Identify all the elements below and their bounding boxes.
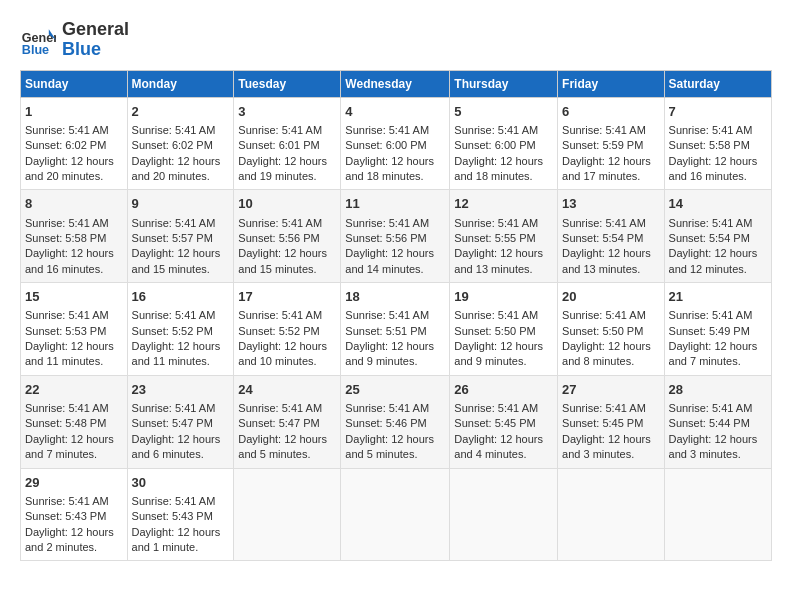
sunset-label: Sunset: 6:00 PM xyxy=(454,139,535,151)
sunset-label: Sunset: 5:53 PM xyxy=(25,325,106,337)
calendar-cell: 12Sunrise: 5:41 AMSunset: 5:55 PMDayligh… xyxy=(450,190,558,283)
sunset-label: Sunset: 5:56 PM xyxy=(345,232,426,244)
calendar-cell: 15Sunrise: 5:41 AMSunset: 5:53 PMDayligh… xyxy=(21,283,128,376)
sunrise-label: Sunrise: 5:41 AM xyxy=(669,309,753,321)
calendar-cell xyxy=(558,468,665,561)
day-number: 7 xyxy=(669,103,767,121)
sunset-label: Sunset: 6:02 PM xyxy=(132,139,213,151)
day-number: 17 xyxy=(238,288,336,306)
daylight-label: Daylight: 12 hours and 17 minutes. xyxy=(562,155,651,182)
day-number: 25 xyxy=(345,381,445,399)
sunset-label: Sunset: 5:49 PM xyxy=(669,325,750,337)
daylight-label: Daylight: 12 hours and 9 minutes. xyxy=(345,340,434,367)
sunset-label: Sunset: 5:51 PM xyxy=(345,325,426,337)
daylight-label: Daylight: 12 hours and 13 minutes. xyxy=(562,247,651,274)
sunset-label: Sunset: 5:54 PM xyxy=(562,232,643,244)
calendar-cell: 6Sunrise: 5:41 AMSunset: 5:59 PMDaylight… xyxy=(558,97,665,190)
daylight-label: Daylight: 12 hours and 19 minutes. xyxy=(238,155,327,182)
day-number: 28 xyxy=(669,381,767,399)
sunrise-label: Sunrise: 5:41 AM xyxy=(132,309,216,321)
day-number: 11 xyxy=(345,195,445,213)
column-header-saturday: Saturday xyxy=(664,70,771,97)
sunrise-label: Sunrise: 5:41 AM xyxy=(238,309,322,321)
calendar-cell: 3Sunrise: 5:41 AMSunset: 6:01 PMDaylight… xyxy=(234,97,341,190)
sunrise-label: Sunrise: 5:41 AM xyxy=(562,309,646,321)
sunrise-label: Sunrise: 5:41 AM xyxy=(454,124,538,136)
daylight-label: Daylight: 12 hours and 3 minutes. xyxy=(562,433,651,460)
sunset-label: Sunset: 5:59 PM xyxy=(562,139,643,151)
calendar-cell: 26Sunrise: 5:41 AMSunset: 5:45 PMDayligh… xyxy=(450,375,558,468)
day-number: 10 xyxy=(238,195,336,213)
day-number: 30 xyxy=(132,474,230,492)
daylight-label: Daylight: 12 hours and 15 minutes. xyxy=(132,247,221,274)
sunrise-label: Sunrise: 5:41 AM xyxy=(238,217,322,229)
sunrise-label: Sunrise: 5:41 AM xyxy=(454,309,538,321)
calendar-cell xyxy=(341,468,450,561)
sunrise-label: Sunrise: 5:41 AM xyxy=(25,309,109,321)
calendar-cell: 8Sunrise: 5:41 AMSunset: 5:58 PMDaylight… xyxy=(21,190,128,283)
sunrise-label: Sunrise: 5:41 AM xyxy=(132,402,216,414)
sunset-label: Sunset: 5:52 PM xyxy=(132,325,213,337)
day-number: 21 xyxy=(669,288,767,306)
sunset-label: Sunset: 5:57 PM xyxy=(132,232,213,244)
column-header-thursday: Thursday xyxy=(450,70,558,97)
day-number: 22 xyxy=(25,381,123,399)
logo-icon: General Blue xyxy=(20,22,56,58)
daylight-label: Daylight: 12 hours and 20 minutes. xyxy=(25,155,114,182)
daylight-label: Daylight: 12 hours and 7 minutes. xyxy=(25,433,114,460)
daylight-label: Daylight: 12 hours and 11 minutes. xyxy=(25,340,114,367)
sunset-label: Sunset: 5:54 PM xyxy=(669,232,750,244)
calendar-cell: 1Sunrise: 5:41 AMSunset: 6:02 PMDaylight… xyxy=(21,97,128,190)
day-number: 29 xyxy=(25,474,123,492)
sunrise-label: Sunrise: 5:41 AM xyxy=(345,124,429,136)
calendar-cell: 25Sunrise: 5:41 AMSunset: 5:46 PMDayligh… xyxy=(341,375,450,468)
calendar-cell: 7Sunrise: 5:41 AMSunset: 5:58 PMDaylight… xyxy=(664,97,771,190)
daylight-label: Daylight: 12 hours and 9 minutes. xyxy=(454,340,543,367)
calendar-week-1: 1Sunrise: 5:41 AMSunset: 6:02 PMDaylight… xyxy=(21,97,772,190)
calendar-cell xyxy=(234,468,341,561)
day-number: 23 xyxy=(132,381,230,399)
daylight-label: Daylight: 12 hours and 18 minutes. xyxy=(454,155,543,182)
day-number: 3 xyxy=(238,103,336,121)
calendar-week-5: 29Sunrise: 5:41 AMSunset: 5:43 PMDayligh… xyxy=(21,468,772,561)
calendar-cell: 20Sunrise: 5:41 AMSunset: 5:50 PMDayligh… xyxy=(558,283,665,376)
daylight-label: Daylight: 12 hours and 16 minutes. xyxy=(25,247,114,274)
day-number: 14 xyxy=(669,195,767,213)
sunrise-label: Sunrise: 5:41 AM xyxy=(25,402,109,414)
calendar-cell: 10Sunrise: 5:41 AMSunset: 5:56 PMDayligh… xyxy=(234,190,341,283)
calendar-cell: 19Sunrise: 5:41 AMSunset: 5:50 PMDayligh… xyxy=(450,283,558,376)
calendar-cell: 11Sunrise: 5:41 AMSunset: 5:56 PMDayligh… xyxy=(341,190,450,283)
daylight-label: Daylight: 12 hours and 4 minutes. xyxy=(454,433,543,460)
column-header-wednesday: Wednesday xyxy=(341,70,450,97)
sunset-label: Sunset: 6:02 PM xyxy=(25,139,106,151)
page-header: General Blue General Blue xyxy=(20,20,772,60)
logo: General Blue General Blue xyxy=(20,20,129,60)
daylight-label: Daylight: 12 hours and 11 minutes. xyxy=(132,340,221,367)
sunset-label: Sunset: 6:01 PM xyxy=(238,139,319,151)
sunset-label: Sunset: 5:43 PM xyxy=(132,510,213,522)
day-number: 18 xyxy=(345,288,445,306)
calendar-cell: 13Sunrise: 5:41 AMSunset: 5:54 PMDayligh… xyxy=(558,190,665,283)
calendar-cell: 17Sunrise: 5:41 AMSunset: 5:52 PMDayligh… xyxy=(234,283,341,376)
day-number: 4 xyxy=(345,103,445,121)
daylight-label: Daylight: 12 hours and 20 minutes. xyxy=(132,155,221,182)
sunset-label: Sunset: 5:58 PM xyxy=(25,232,106,244)
sunset-label: Sunset: 5:52 PM xyxy=(238,325,319,337)
sunrise-label: Sunrise: 5:41 AM xyxy=(669,217,753,229)
day-number: 12 xyxy=(454,195,553,213)
logo-text: General Blue xyxy=(62,20,129,60)
column-header-monday: Monday xyxy=(127,70,234,97)
sunrise-label: Sunrise: 5:41 AM xyxy=(25,124,109,136)
day-number: 8 xyxy=(25,195,123,213)
column-header-sunday: Sunday xyxy=(21,70,128,97)
daylight-label: Daylight: 12 hours and 5 minutes. xyxy=(345,433,434,460)
sunrise-label: Sunrise: 5:41 AM xyxy=(345,217,429,229)
sunrise-label: Sunrise: 5:41 AM xyxy=(562,402,646,414)
sunrise-label: Sunrise: 5:41 AM xyxy=(345,309,429,321)
calendar-table: SundayMondayTuesdayWednesdayThursdayFrid… xyxy=(20,70,772,562)
daylight-label: Daylight: 12 hours and 16 minutes. xyxy=(669,155,758,182)
sunrise-label: Sunrise: 5:41 AM xyxy=(25,217,109,229)
calendar-cell: 30Sunrise: 5:41 AMSunset: 5:43 PMDayligh… xyxy=(127,468,234,561)
day-number: 19 xyxy=(454,288,553,306)
sunset-label: Sunset: 5:47 PM xyxy=(238,417,319,429)
